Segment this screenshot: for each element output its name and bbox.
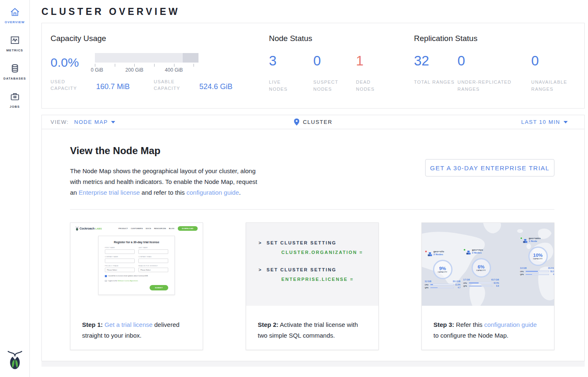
main-content: CLUSTER OVERVIEW Capacity Usage 0.0%: [30, 0, 588, 377]
capacity-usage-title: Capacity Usage: [51, 34, 269, 43]
time-range-value: LAST 10 MIN: [521, 119, 560, 125]
step-3-card: geo=sfo 2 Nodes 9% CAPACITY: [421, 222, 554, 350]
cpu-bar: CPU 53.3%: [520, 271, 554, 273]
dead-nodes-label: DEAD NODES: [356, 79, 385, 93]
under-replicated-ranges-stat: 0 UNDER-REPLICATED RANGES: [457, 53, 531, 93]
trial-registration-screenshot: Cockroach LABS PRODUCT CUSTOMERS DOCS RE…: [70, 223, 203, 306]
sql-argument: CLUSTER.ORGANIZATION =: [281, 250, 378, 255]
mini-text-input: [105, 249, 135, 254]
databases-icon: [10, 63, 20, 74]
usable-capacity-stat: USABLE CAPACITY 524.6 GiB: [154, 78, 232, 92]
mini-field-label: COMPANY EMAIL: [138, 256, 168, 258]
dead-nodes-stat: 1 DEAD NODES: [356, 53, 385, 93]
enterprise-trial-button[interactable]: GET A 30-DAY ENTERPRISE TRIAL: [425, 159, 554, 176]
sql-command: SET CLUSTER SETTING: [266, 240, 336, 245]
cpu-bar: CPU 42.5%: [463, 282, 499, 284]
suspect-nodes-label: SUSPECT NODES: [313, 79, 342, 93]
node-map-body: View the Node Map GET A 30-DAY ENTERPRIS…: [42, 129, 584, 361]
step-3-caption: Step 3: Refer this configuration guide t…: [422, 306, 554, 341]
mini-select: Please Select: [105, 268, 135, 272]
sidebar: OVERVIEW METRICS DATABASES: [0, 0, 30, 377]
locality-node-count: 2 Nodes: [472, 251, 483, 254]
step-2-caption: Step 2: Activate the trial license with …: [246, 306, 378, 341]
mini-nav-item: CUSTOMERS: [131, 227, 143, 230]
step-text: to configure the Node Map.: [433, 332, 508, 339]
roach-icon: [75, 227, 79, 231]
sidebar-item-jobs[interactable]: JOBS: [0, 85, 29, 113]
step-label: Step 2:: [258, 321, 278, 328]
jobs-icon: [10, 91, 20, 102]
chevron-down-icon: [111, 121, 115, 123]
breadcrumb-cluster-label: CLUSTER: [303, 119, 332, 125]
suspect-nodes-stat: 0 SUSPECT NODES: [313, 53, 356, 93]
sidebar-item-label: JOBS: [10, 105, 19, 109]
configuration-guide-link[interactable]: configuration guide: [186, 189, 239, 196]
configuration-guide-link[interactable]: configuration guide: [484, 321, 537, 328]
mini-submit-button: SUBMIT: [150, 285, 168, 290]
checkbox-empty-icon: [105, 280, 107, 282]
live-nodes-value: 3: [269, 53, 313, 69]
capacity-gauge: 9% CAPACITY: [433, 260, 452, 279]
mini-field-label: PROJECT PHASE: [105, 265, 135, 267]
under-replicated-ranges-value: 0: [457, 53, 531, 69]
mini-field-label: LAST NAME: [138, 247, 168, 249]
mini-nav-item: PRODUCT: [119, 227, 128, 230]
total-ranges-label: TOTAL RANGES: [414, 79, 455, 86]
locality-label: geo=nyc: [472, 249, 483, 251]
sidebar-item-label: METRICS: [6, 48, 23, 52]
mini-logo-text: Cockroach: [80, 227, 94, 230]
get-trial-license-link[interactable]: Get a trial license: [104, 321, 152, 328]
sql-argument: ENTERPRISE.LICENSE =: [281, 277, 378, 282]
mini-nav-item: BLOG: [169, 227, 174, 230]
view-label: VIEW:: [51, 119, 69, 125]
sql-prompt: >: [259, 267, 262, 272]
sidebar-item-metrics[interactable]: METRICS: [0, 28, 29, 56]
locality-widget-ams: geo=ams 1 Node 10% CAPACITY: [520, 237, 554, 276]
sidebar-item-databases[interactable]: DATABASES: [0, 56, 29, 85]
mini-trial-form: Register for a 30-day trial license FIRS…: [98, 236, 175, 295]
axis-tick-label: 200 GiB: [126, 67, 143, 73]
mini-nav: PRODUCT CUSTOMERS DOCS RESOURCES BLOG: [119, 227, 174, 230]
nodes-icon: [523, 238, 528, 245]
view-selector-dropdown[interactable]: NODE MAP: [74, 119, 115, 125]
chevron-down-icon: [564, 121, 568, 123]
capacity-gauge: 10% CAPACITY: [528, 247, 548, 266]
app-root: OVERVIEW METRICS DATABASES: [0, 0, 588, 377]
sql-command: SET CLUSTER SETTING: [266, 267, 336, 272]
mini-download-button: DOWNLOAD: [178, 226, 198, 231]
capacity-total: 35.1 GiB: [453, 280, 460, 283]
enterprise-trial-license-link[interactable]: Enterprise trial license: [79, 189, 140, 196]
mini-field-label: REASON FOR INTEREST: [138, 265, 168, 267]
step-label: Step 1:: [82, 321, 103, 328]
time-range-dropdown[interactable]: LAST 10 MIN: [521, 119, 584, 125]
total-ranges-stat: 32 TOTAL RANGES: [414, 53, 457, 93]
used-capacity-value: 160.7 MiB: [96, 82, 130, 92]
locality-node-count: 2 Nodes: [433, 253, 444, 256]
node-status-section: Node Status 3 LIVE NODES 0 SUSPECT NODES…: [269, 32, 414, 94]
suspect-nodes-value: 0: [313, 53, 356, 69]
node-map-description: The Node Map shows the geographical layo…: [70, 166, 264, 198]
status-dead-icon: [425, 250, 427, 253]
status-live-icon: [463, 249, 466, 251]
description-text: and refer to this: [140, 189, 186, 196]
node-map-heading: View the Node Map: [70, 129, 554, 157]
description-text: .: [239, 189, 241, 196]
sidebar-item-overview[interactable]: OVERVIEW: [0, 0, 29, 28]
mini-nav-item: RESOURCES: [154, 227, 166, 230]
usable-capacity-label: USABLE CAPACITY: [154, 78, 194, 92]
axis-tick-label: 0 GiB: [91, 67, 103, 73]
capacity-bar-chart: 0 GiB 200 GiB 400 GiB: [95, 53, 198, 73]
mini-field-label: COMPANY NAME: [105, 256, 135, 258]
step-2-card: > SET CLUSTER SETTING CLUSTER.ORGANIZATI…: [246, 222, 379, 350]
unavailable-ranges-stat: 0 UNAVAILABLE RANGES: [531, 53, 573, 93]
capacity-total: 36.6 GiB: [548, 267, 554, 269]
bottom-strip: [41, 361, 585, 367]
mini-nav-item: DOCS: [146, 227, 151, 230]
locality-widget-nyc: geo=nyc 2 Nodes 6% CAPACITY: [463, 249, 499, 287]
locality-label: geo=sfo: [433, 250, 444, 253]
home-icon: [10, 7, 20, 17]
capacity-percent: 0.0%: [51, 53, 95, 73]
section-divider: [70, 209, 554, 210]
total-ranges-value: 32: [414, 53, 457, 69]
capacity-gauge: 6% CAPACITY: [472, 258, 491, 278]
